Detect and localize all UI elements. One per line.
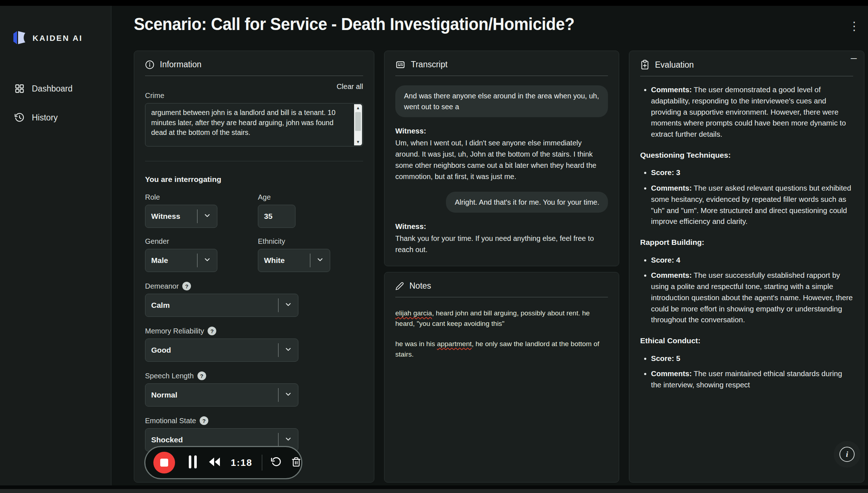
information-header: Information: [145, 60, 363, 69]
sidebar-item-dashboard[interactable]: Dashboard: [14, 84, 73, 94]
restart-icon: [271, 456, 282, 469]
scroll-up-icon[interactable]: ▲: [354, 104, 362, 111]
witness-message: Witness: Thank you for your time. If you…: [395, 222, 608, 255]
sidebar-item-history[interactable]: History: [14, 112, 73, 123]
rewind-button[interactable]: [208, 457, 221, 468]
interviewer-message: Alright. And that's it for me. You for y…: [446, 192, 608, 213]
panel-title: Information: [160, 60, 201, 69]
kebab-menu-icon[interactable]: ⋮: [848, 20, 860, 32]
recording-time: 1:18: [231, 457, 252, 468]
role-label: Role: [145, 193, 258, 201]
rewind-icon: [208, 457, 221, 468]
age-input[interactable]: [258, 205, 295, 228]
evaluation-section-heading: Ethical Conduct:: [640, 335, 853, 347]
speech-length-label: Speech Length ?: [145, 371, 363, 380]
demeanor-select[interactable]: Calm: [145, 294, 298, 317]
help-icon[interactable]: ?: [197, 371, 206, 380]
memory-reliability-label: Memory Reliability ?: [145, 327, 363, 335]
evaluation-comment: Comments: The user successfully establis…: [651, 270, 853, 326]
note-line: he was in his appartment, he only saw th…: [395, 339, 608, 360]
evaluation-section-heading: Rapport Building:: [640, 237, 853, 248]
chevron-down-icon: [203, 212, 211, 221]
transcript-icon: [395, 60, 405, 69]
evaluation-comment: Comments: The user demonstrated a good l…: [651, 84, 853, 140]
crime-label: Crime: [145, 92, 363, 100]
evaluation-header: Evaluation: [640, 60, 853, 70]
help-icon[interactable]: ?: [200, 416, 208, 425]
ethnicity-select[interactable]: White: [258, 249, 330, 272]
age-label: Age: [258, 193, 295, 201]
collapse-icon[interactable]: –: [851, 52, 857, 64]
help-icon[interactable]: ?: [182, 282, 191, 290]
crime-textarea[interactable]: argument between john is a landlord and …: [145, 103, 363, 146]
notes-textarea[interactable]: elijah garcia, heard john and bill argui…: [395, 308, 608, 360]
notes-header: Notes: [395, 281, 608, 291]
interviewer-message: And was there anyone else around in the …: [395, 85, 608, 117]
chevron-down-icon: [284, 301, 292, 310]
divider: [640, 76, 853, 76]
main-area: Scenario: Call for Service - Death Inves…: [111, 6, 868, 485]
stop-record-button[interactable]: [153, 452, 175, 473]
sidebar: KAIDEN AI Dashboard: [0, 6, 111, 485]
speaker-label: Witness:: [395, 127, 608, 135]
clear-all-button[interactable]: Clear all: [145, 82, 363, 91]
columns: Information Clear all Crime argument bet…: [134, 51, 864, 483]
sidebar-nav: Dashboard History: [14, 84, 73, 123]
speech-length-select[interactable]: Normal: [145, 383, 298, 407]
note-line: elijah garcia, heard john and bill argui…: [395, 308, 608, 329]
history-icon: [14, 112, 25, 123]
panel-title: Transcript: [411, 60, 447, 69]
emotional-state-label: Emotional State ?: [145, 416, 363, 425]
demeanor-label: Demeanor ?: [145, 282, 363, 290]
info-circle-icon: [145, 60, 154, 69]
panel-title: Evaluation: [655, 60, 694, 70]
chevron-down-icon: [203, 256, 211, 265]
kaiden-logo-icon: [12, 30, 27, 46]
page-title: Scenario: Call for Service - Death Inves…: [134, 14, 574, 34]
ethnicity-label: Ethnicity: [258, 237, 330, 246]
pause-icon: [188, 455, 197, 471]
transcript-header: Transcript: [395, 60, 608, 69]
sidebar-item-label: History: [32, 113, 58, 123]
divider: [262, 455, 262, 471]
memory-reliability-select[interactable]: Good: [145, 339, 298, 362]
evaluation-score: Score: 4: [651, 255, 853, 266]
app-window: KAIDEN AI Dashboard: [0, 6, 868, 485]
divider: [395, 76, 608, 76]
info-button[interactable]: i: [839, 447, 855, 462]
evaluation-score: Score: 3: [651, 167, 853, 178]
role-select[interactable]: Witness: [145, 205, 217, 228]
bottom-black-strip: [0, 485, 868, 489]
information-panel: Information Clear all Crime argument bet…: [134, 51, 374, 483]
sidebar-item-label: Dashboard: [32, 84, 73, 94]
pause-button[interactable]: [188, 455, 197, 471]
crime-scrollbar[interactable]: ▲ ▼: [354, 104, 362, 145]
chevron-down-icon: [284, 345, 292, 355]
notes-panel: Notes elijah garcia, heard john and bill…: [384, 272, 619, 483]
chevron-down-icon: [284, 390, 292, 400]
pencil-icon: [395, 282, 404, 290]
crime-field: argument between john is a landlord and …: [145, 103, 363, 146]
transcript-messages: And was there anyone else around in the …: [395, 85, 608, 255]
evaluation-score: Score: 5: [651, 353, 853, 364]
scroll-down-icon[interactable]: ▼: [354, 138, 362, 145]
grid-icon: [14, 84, 25, 94]
recorder-toolbar: 1:18: [144, 446, 302, 479]
restart-button[interactable]: [271, 456, 282, 469]
gender-label: Gender: [145, 237, 258, 246]
witness-message: Witness: Um, when I went out, I didn't s…: [395, 127, 608, 182]
divider: [395, 297, 608, 297]
screen: KAIDEN AI Dashboard: [0, 0, 868, 493]
bottom-gray-strip: [0, 489, 868, 493]
evaluation-comment: Comments: The user maintained ethical st…: [651, 368, 853, 391]
delete-button[interactable]: [291, 456, 301, 469]
chevron-down-icon: [316, 256, 324, 265]
scrollbar-thumb[interactable]: [355, 112, 361, 131]
divider: [145, 76, 363, 76]
gender-select[interactable]: Male: [145, 249, 217, 272]
help-icon[interactable]: ?: [208, 327, 216, 335]
transcript-panel: Transcript And was there anyone else aro…: [384, 51, 619, 266]
evaluation-content: Comments: The user demonstrated a good l…: [640, 84, 853, 391]
interrogating-heading: You are interrogating: [145, 175, 363, 184]
evaluation-comment: Comments: The user asked relevant questi…: [651, 183, 853, 227]
